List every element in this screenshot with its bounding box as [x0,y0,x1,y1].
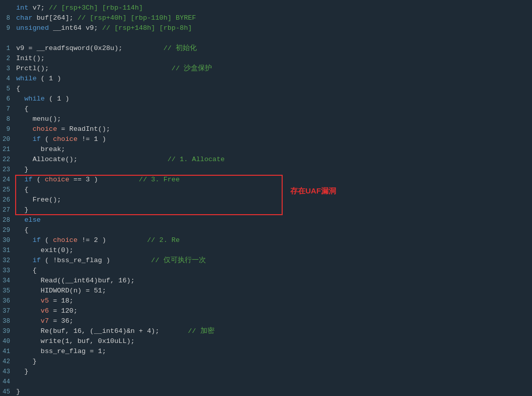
line-45: 45 } [0,387,532,396]
line-num: 32 [0,256,14,266]
line-8b: 8 menu(); [0,114,532,124]
line-35: 35 HIDWORD(n) = 51; [0,286,532,296]
line-5: 5 { [0,84,532,94]
line-num: 20 [0,134,14,144]
line-27: 27 } [0,205,532,215]
line-num: 31 [0,245,14,256]
line-blank2: 44 [0,377,532,387]
line-20: 20 if ( choice != 1 ) [0,134,532,144]
line-content: if ( choice != 2 ) // 2. Re [14,235,532,245]
line-content [14,377,532,387]
line-num: 25 [0,185,14,195]
line-content: if ( choice != 1 ) [14,134,532,144]
line-content: } [14,387,532,396]
line-num: 41 [0,346,14,357]
line-content: if ( !bss_re_flag ) // 仅可执行一次 [14,256,532,266]
uaf-label: 存在UAF漏洞 [290,186,336,196]
line-content: char buf[264]; // [rsp+40h] [rbp-110h] B… [14,13,532,23]
line-31: 31 exit(0); [0,245,532,256]
line-7b: 7 { [0,104,532,114]
line-num: 6 [0,94,14,104]
line-content: Init(); [14,54,532,64]
line-num: 33 [0,266,14,276]
line-41: 41 bss_re_flag = 1; [0,346,532,357]
line-25: 25 { [0,185,532,195]
line-content: unsigned __int64 v9; // [rsp+148h] [rbp-… [14,23,532,33]
line-40: 40 write(1, buf, 0x10uLL); [0,336,532,346]
line-content: } [14,205,532,215]
line-num: 30 [0,235,14,245]
line-content: write(1, buf, 0x10uLL); [14,336,532,346]
line-num: 39 [0,326,14,336]
line-32: 32 if ( !bss_re_flag ) // 仅可执行一次 [0,256,532,266]
line-num: 37 [0,306,14,316]
line-3: 3 Prctl(); // 沙盒保护 [0,64,532,74]
line-content: break; [14,144,532,155]
line-blank1 [0,33,532,43]
line-content: { [14,185,532,195]
line-num: 22 [0,155,14,165]
line-content: Re(buf, 16, (__int64)&n + 4); // 加密 [14,326,532,336]
line-content: Allocate(); // 1. Allocate [14,155,532,165]
line-content: v5 = 18; [14,296,532,306]
line-39: 39 Re(buf, 16, (__int64)&n + 4); // 加密 [0,326,532,336]
line-content: Free(); [14,195,532,205]
line-num: 28 [0,215,14,225]
line-content: Read((__int64)buf, 16); [14,276,532,286]
line-num: 7 [0,104,14,114]
line-content: bss_re_flag = 1; [14,346,532,357]
line-29: 29 { [0,225,532,235]
line-num: 40 [0,336,14,346]
line-21: 21 break; [0,144,532,155]
line-content: while ( 1 ) [14,74,532,84]
line-content: if ( choice == 3 ) // 3. Free [14,175,532,185]
line-8a: 8 char buf[264]; // [rsp+40h] [rbp-110h]… [0,13,532,23]
line-content: { [14,104,532,114]
line-1: 1 v9 = __readfsqword(0x28u); // 初始化 [0,43,532,54]
line-content: int v7; // [rsp+3Ch] [rbp-114h] [14,3,532,13]
line-num: 45 [0,387,14,396]
line-content: { [14,266,532,276]
line-num: 43 [0,367,14,377]
line-num: 8 [0,114,14,124]
line-num: 38 [0,316,14,326]
line-content: } [14,357,532,367]
line-38: 38 v7 = 36; [0,316,532,326]
line-2: 2 Init(); [0,54,532,64]
line-content: } [14,367,532,377]
line-num: 44 [0,377,14,387]
line-num: 35 [0,286,14,296]
line-content: { [14,225,532,235]
line-9b: 9 choice = ReadInt(); [0,124,532,134]
line-content: HIDWORD(n) = 51; [14,286,532,296]
line-content: v6 = 120; [14,306,532,316]
line-content: } [14,165,532,175]
line-num: 3 [0,64,14,74]
line-24: 24 if ( choice == 3 ) // 3. Free [0,175,532,185]
line-num: 27 [0,205,14,215]
line-22: 22 Allocate(); // 1. Allocate [0,155,532,165]
line-36: 36 v5 = 18; [0,296,532,306]
line-23: 23 } [0,165,532,175]
line-content: exit(0); [14,245,532,256]
line-num: 9 [0,23,14,33]
line-num: 23 [0,165,14,175]
code-container: int v7; // [rsp+3Ch] [rbp-114h] 8 char b… [0,0,532,396]
line-num: 21 [0,144,14,155]
line-content: Prctl(); // 沙盒保护 [14,64,532,74]
line-33: 33 { [0,266,532,276]
line-num: 36 [0,296,14,306]
line-num: 8 [0,13,14,23]
line-content: else [14,215,532,225]
line-content: v9 = __readfsqword(0x28u); // 初始化 [14,43,532,54]
line-content: v7 = 36; [14,316,532,326]
line-43: 43 } [0,367,532,377]
line-num: 5 [0,84,14,94]
line-42: 42 } [0,357,532,367]
line-26: 26 Free(); [0,195,532,205]
line-num: 2 [0,54,14,64]
line-num: 42 [0,357,14,367]
line-30: 30 if ( choice != 2 ) // 2. Re [0,235,532,245]
line-6: 6 while ( 1 ) [0,94,532,104]
line-7: int v7; // [rsp+3Ch] [rbp-114h] [0,3,532,13]
